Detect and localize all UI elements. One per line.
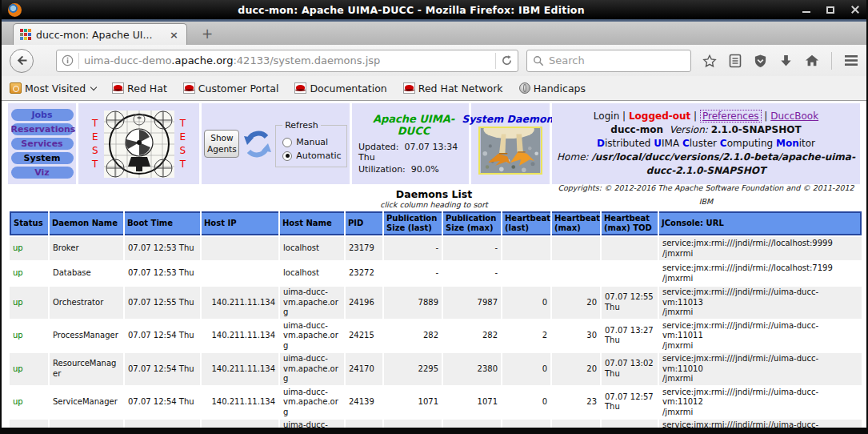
bookmark-red-hat[interactable]: Red Hat — [112, 82, 167, 94]
info-panel: Login | Logged-out | Preferences | DuccB… — [552, 103, 860, 184]
column-header-status[interactable]: Status — [10, 211, 48, 235]
redhat-icon — [112, 82, 124, 94]
minimize-button[interactable] — [801, 5, 812, 14]
window-title: ducc-mon: Apache UIMA-DUCC - Mozilla Fir… — [22, 4, 801, 16]
test-label-left: TEST — [92, 118, 98, 170]
column-header-heartbeat-max[interactable]: Heartbeat (max) — [552, 211, 600, 235]
cell-heartbeat-last: 0 — [502, 387, 550, 419]
refresh-legend: Refresh — [282, 120, 321, 131]
tab-title: ducc-mon: Apache UI... — [36, 29, 163, 41]
sidebar-item-reservations[interactable]: Reservations — [11, 123, 74, 135]
column-header-host-name[interactable]: Host Name — [280, 211, 344, 235]
column-header-pid[interactable]: PID — [346, 211, 382, 235]
column-header-publication-size-max[interactable]: Publication Size (max) — [443, 211, 501, 235]
ducc-favicon-icon — [20, 29, 31, 40]
cell-heartbeat-max: 20 — [552, 287, 600, 319]
column-header-jconsole-url[interactable]: JConsole: URL — [659, 211, 862, 235]
cell-heartbeat-max: 20 — [552, 353, 600, 385]
bookmark-label: Red Hat — [127, 82, 167, 94]
cell-daemon-name: Database — [50, 262, 123, 285]
page-content: JobsReservationsServicesSystemViz TEST — [2, 101, 866, 428]
show-agents-button[interactable]: Show Agents — [204, 130, 239, 157]
cell-jconsole-url: service:jmx:rmi:///jndi/rmi://uima-ducc-… — [659, 287, 862, 319]
column-header-boot-time[interactable]: Boot Time — [125, 211, 200, 235]
cell-boot-time: 07.07 12:54 Thu — [125, 353, 200, 385]
cell-daemon-name: Webserver — [50, 420, 123, 428]
radio-icon — [282, 138, 292, 147]
divider — [495, 53, 496, 69]
test-pattern-panel: TEST — [78, 103, 199, 184]
sidebar-item-viz[interactable]: Viz — [11, 167, 74, 179]
cell-status: up — [10, 387, 48, 419]
cell-heartbeat-last: 0 — [502, 287, 550, 319]
new-tab-button[interactable]: + — [195, 26, 219, 42]
back-button[interactable] — [10, 49, 34, 73]
cell-host-ip: 140.211.11.134 — [202, 420, 278, 428]
column-header-daemon-name[interactable]: Daemon Name — [50, 211, 123, 235]
refresh-manual-radio[interactable]: Manual — [282, 137, 341, 147]
tab-close-icon[interactable]: × — [168, 30, 180, 40]
cell-publication-size-max: * — [443, 420, 501, 428]
browser-window: ducc-mon: Apache UIMA-DUCC - Mozilla Fir… — [0, 0, 868, 434]
tab-strip: ducc-mon: Apache UI... × + — [2, 22, 866, 45]
table-row: upWebserver07.07 12:55 Thu140.211.11.134… — [10, 420, 862, 428]
refresh-automatic-radio[interactable]: Automatic — [282, 151, 341, 161]
bookmark-documentation[interactable]: Documentation — [294, 82, 386, 94]
table-row: upDatabase07.07 12:53 Thulocalhost23272-… — [10, 262, 862, 285]
downloads-icon[interactable] — [779, 54, 793, 68]
cell-status: up — [10, 262, 48, 285]
table-row: upServiceManager07.07 12:54 Thu140.211.1… — [10, 387, 862, 419]
bookmarks-list-icon[interactable] — [729, 54, 742, 68]
bookmark-customer-portal[interactable]: Customer Portal — [183, 82, 279, 94]
refresh-icon[interactable] — [242, 129, 273, 159]
address-bar[interactable]: uima-ducc-demo.apache.org:42133/system.d… — [56, 50, 518, 72]
menu-icon[interactable] — [844, 54, 858, 66]
reload-icon[interactable] — [501, 54, 513, 66]
redhat-icon — [294, 82, 306, 94]
maximize-button[interactable] — [825, 5, 836, 14]
table-row: upResourceManager07.07 12:54 Thu140.211.… — [10, 353, 862, 385]
column-header-publication-size-last[interactable]: Publication Size (last) — [384, 211, 442, 235]
cell-jconsole-url: service:jmx:rmi:///jndi/rmi://uima-ducc-… — [659, 353, 862, 385]
table-row: upOrchestrator07.07 12:55 Thu140.211.11.… — [10, 287, 862, 319]
sidebar-item-services[interactable]: Services — [11, 138, 74, 150]
column-header-heartbeat-max-tod[interactable]: Heartbeat (max) TOD — [602, 211, 658, 235]
cell-jconsole-url: service:jmx:rmi:///jndi/rmi://localhost:… — [659, 237, 862, 260]
navigation-toolbar: uima-ducc-demo.apache.org:42133/system.d… — [2, 45, 866, 76]
bookmarks-toolbar: Most VisitedRed HatCustomer PortalDocume… — [2, 76, 866, 101]
cell-host-name: uima-ducc-vm.apache.org — [280, 287, 344, 319]
bookmark-most-visited[interactable]: Most Visited — [10, 82, 96, 94]
cell-status: up — [10, 320, 48, 352]
close-button[interactable] — [849, 5, 860, 14]
cell-host-ip: 140.211.11.134 — [202, 320, 278, 352]
login-link[interactable]: Login — [594, 111, 619, 122]
shield-icon[interactable] — [754, 54, 767, 68]
preferences-link[interactable]: Preferences — [700, 110, 762, 123]
title-bar: ducc-mon: Apache UIMA-DUCC - Mozilla Fir… — [2, 0, 866, 19]
cell-jconsole-url: service:jmx:rmi:///jndi/rmi://uima-ducc-… — [659, 420, 862, 428]
duccbook-link[interactable]: DuccBook — [770, 111, 818, 122]
home-icon[interactable] — [805, 54, 819, 67]
tab-ducc-mon[interactable]: ducc-mon: Apache UI... × — [13, 23, 187, 45]
cell-boot-time: 07.07 12:55 Thu — [125, 287, 200, 319]
info-icon — [62, 54, 74, 66]
bookmark-handicaps[interactable]: Handicaps — [519, 82, 586, 94]
cell-heartbeat-max-tod: 07.07 13:27 Thu — [602, 320, 658, 352]
redhat-icon — [183, 82, 195, 94]
column-header-host-ip[interactable]: Host IP — [202, 211, 278, 235]
cell-publication-size-max: 1071 — [443, 387, 501, 419]
table-row: upProcessManager07.07 12:54 Thu140.211.1… — [10, 320, 862, 352]
bookmark-red-hat-network[interactable]: Red Hat Network — [403, 82, 503, 94]
column-header-heartbeat-last[interactable]: Heartbeat (last) — [502, 211, 550, 235]
cell-publication-size-max: - — [443, 262, 501, 285]
sidebar-item-jobs[interactable]: Jobs — [11, 109, 74, 121]
cell-publication-size-last: 2295 — [384, 353, 442, 385]
cell-status: up — [10, 353, 48, 385]
sidebar-item-system[interactable]: System — [11, 152, 74, 164]
test-letter: S — [180, 145, 186, 156]
test-label-right: TEST — [180, 118, 186, 170]
cell-publication-size-max: - — [443, 237, 501, 260]
bookmark-star-icon[interactable] — [702, 54, 717, 68]
radio-label: Manual — [296, 137, 328, 147]
search-input[interactable]: Search — [526, 50, 691, 72]
